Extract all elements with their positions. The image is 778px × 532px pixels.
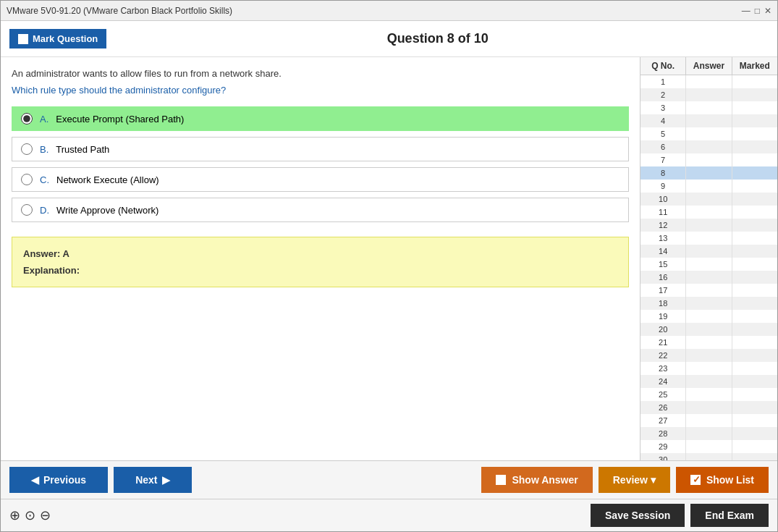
show-list-label: Show List (706, 474, 754, 486)
option-c-radio[interactable] (21, 174, 33, 185)
sidebar-cell-num: 13 (640, 232, 686, 245)
question-title: Question 8 of 10 (106, 31, 769, 46)
next-button[interactable]: Next ▶ (114, 467, 191, 493)
option-a[interactable]: A. Execute Prompt (Shared Path) (12, 106, 629, 131)
sidebar-cell-answer (686, 362, 732, 375)
option-d-radio[interactable] (21, 204, 33, 216)
minimize-button[interactable]: — (742, 6, 750, 16)
sidebar-cell-answer (686, 193, 732, 206)
answer-box: Answer: A Explanation: (12, 237, 629, 287)
sidebar-cell-marked (732, 193, 777, 206)
sidebar-row[interactable]: 29 (640, 440, 777, 453)
sidebar-cell-answer (686, 427, 732, 440)
sidebar-cell-marked (732, 336, 777, 349)
sidebar-cell-marked (732, 401, 777, 414)
sidebar-cell-num: 30 (640, 453, 686, 460)
sidebar-cell-answer (686, 180, 732, 193)
sidebar-cell-marked (732, 219, 777, 232)
sidebar-row[interactable]: 3 (640, 101, 777, 114)
zoom-in-button[interactable]: ⊕ (9, 507, 20, 523)
previous-label: Previous (43, 474, 86, 486)
sidebar-cell-num: 21 (640, 336, 686, 349)
sidebar-row[interactable]: 21 (640, 336, 777, 349)
sidebar-cell-answer (686, 232, 732, 245)
end-exam-button[interactable]: End Exam (690, 504, 769, 527)
sidebar-cell-answer (686, 310, 732, 323)
option-d[interactable]: D. Write Approve (Network) (12, 198, 629, 222)
sidebar-cell-answer (686, 323, 732, 336)
explanation-text: Explanation: (23, 265, 617, 276)
sidebar-row[interactable]: 23 (640, 362, 777, 375)
sidebar-row[interactable]: 27 (640, 414, 777, 427)
sidebar-row[interactable]: 1 (640, 75, 777, 88)
sidebar-cell-num: 14 (640, 245, 686, 258)
show-list-button[interactable]: Show List (676, 467, 769, 493)
sidebar-cell-num: 24 (640, 375, 686, 388)
show-answer-button[interactable]: Show Answer (481, 467, 592, 493)
sidebar-row[interactable]: 4 (640, 114, 777, 127)
sidebar-cell-num: 11 (640, 206, 686, 219)
sidebar-cell-answer (686, 75, 732, 88)
question-text-2: Which rule type should the administrator… (12, 85, 629, 96)
save-session-button[interactable]: Save Session (591, 504, 685, 527)
sidebar-row[interactable]: 10 (640, 193, 777, 206)
sidebar-row[interactable]: 28 (640, 427, 777, 440)
review-button[interactable]: Review ▾ (599, 467, 670, 493)
option-b-text: Trusted Path (56, 144, 109, 155)
sidebar-row[interactable]: 18 (640, 297, 777, 310)
sidebar-row[interactable]: 15 (640, 258, 777, 271)
sidebar-row[interactable]: 8 (640, 166, 777, 180)
zoom-reset-button[interactable]: ⊙ (25, 507, 35, 523)
sidebar-cell-marked (732, 245, 777, 258)
sidebar-row[interactable]: 17 (640, 284, 777, 297)
sidebar-list[interactable]: 1 2 3 4 5 6 7 8 (640, 75, 777, 460)
option-b-radio[interactable] (21, 143, 33, 155)
option-a-radio[interactable] (21, 113, 33, 124)
sidebar-cell-marked (732, 180, 777, 193)
sidebar-row[interactable]: 26 (640, 401, 777, 414)
sidebar-row[interactable]: 9 (640, 180, 777, 193)
answer-text: Answer: A (23, 248, 617, 259)
sidebar-row[interactable]: 19 (640, 310, 777, 323)
option-b[interactable]: B. Trusted Path (12, 137, 629, 161)
sidebar-cell-marked (732, 127, 777, 140)
sidebar-cell-answer (686, 206, 732, 219)
sidebar-cell-num: 28 (640, 427, 686, 440)
close-button[interactable]: ✕ (764, 6, 771, 16)
sidebar-cell-answer (686, 453, 732, 460)
sidebar-row[interactable]: 22 (640, 349, 777, 362)
sidebar-row[interactable]: 5 (640, 127, 777, 140)
sidebar-row[interactable]: 6 (640, 140, 777, 153)
sidebar-row[interactable]: 24 (640, 375, 777, 388)
sidebar-cell-num: 7 (640, 153, 686, 166)
sidebar-row[interactable]: 16 (640, 271, 777, 284)
sidebar-cell-marked (732, 75, 777, 88)
mark-question-button[interactable]: Mark Question (9, 29, 106, 48)
next-label: Next (135, 474, 157, 486)
zoom-out-button[interactable]: ⊖ (40, 507, 51, 523)
sidebar-cell-marked (732, 453, 777, 460)
zoom-controls: ⊕ ⊙ ⊖ (9, 507, 51, 523)
sidebar-cell-marked (732, 271, 777, 284)
option-c[interactable]: C. Network Execute (Allow) (12, 167, 629, 192)
previous-button[interactable]: ◀ Previous (9, 467, 108, 493)
sidebar-cell-answer (686, 271, 732, 284)
window-title: VMware 5V0-91.20 (VMware Carbon Black Po… (7, 6, 232, 16)
review-label: Review (613, 474, 648, 486)
sidebar-cell-num: 6 (640, 140, 686, 153)
sidebar-cell-num: 10 (640, 193, 686, 206)
sidebar-row[interactable]: 7 (640, 153, 777, 166)
sidebar-cell-answer (686, 140, 732, 153)
sidebar-cell-answer (686, 440, 732, 453)
sidebar-cell-marked (732, 297, 777, 310)
sidebar-row[interactable]: 20 (640, 323, 777, 336)
sidebar-row[interactable]: 14 (640, 245, 777, 258)
option-b-label: B. (40, 144, 48, 155)
sidebar-row[interactable]: 13 (640, 232, 777, 245)
sidebar-row[interactable]: 11 (640, 206, 777, 219)
sidebar-row[interactable]: 2 (640, 88, 777, 101)
sidebar-row[interactable]: 25 (640, 388, 777, 401)
maximize-button[interactable]: □ (755, 6, 760, 16)
sidebar-row[interactable]: 12 (640, 219, 777, 232)
sidebar-row[interactable]: 30 (640, 453, 777, 460)
